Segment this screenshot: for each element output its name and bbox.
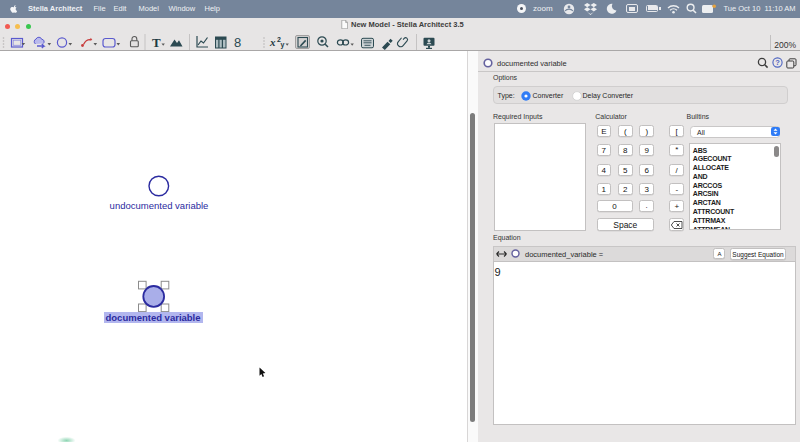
svg-text:T: T: [152, 35, 161, 50]
svg-text:y: y: [281, 41, 285, 49]
svg-text:?: ?: [775, 58, 780, 67]
svg-text:8: 8: [234, 35, 241, 50]
svg-text:x: x: [269, 36, 276, 48]
